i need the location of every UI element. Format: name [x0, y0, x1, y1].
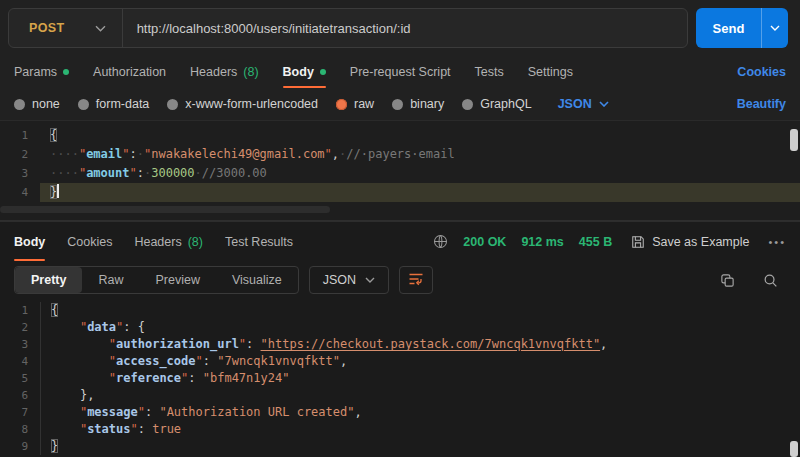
text-cursor — [57, 184, 59, 198]
view-visualize[interactable]: Visualize — [216, 267, 298, 293]
radio-icon — [392, 99, 403, 110]
more-options-icon[interactable]: ••• — [768, 236, 786, 248]
tab-label: Authorization — [93, 65, 166, 79]
code-token — [51, 337, 109, 351]
search-icon[interactable] — [763, 273, 778, 288]
response-language-selector[interactable]: JSON — [309, 266, 389, 294]
body-type-form-data[interactable]: form-data — [78, 97, 150, 111]
code-text: { — [40, 126, 800, 145]
code-line[interactable]: 6 }, — [0, 387, 800, 404]
response-toolbar-actions — [720, 273, 786, 288]
request-tab-tests[interactable]: Tests — [475, 56, 504, 88]
radio-icon — [336, 99, 347, 110]
line-number: 1 — [0, 302, 40, 319]
code-line[interactable]: 2 "data": { — [0, 319, 800, 336]
body-type-x-www-form-urlencoded[interactable]: x-www-form-urlencoded — [167, 97, 318, 111]
request-tab-params[interactable]: Params — [14, 56, 69, 88]
response-status-group: 200 OK 912 ms 455 B Save as Example ••• — [433, 234, 786, 249]
request-url-bar: POST — [8, 8, 688, 48]
method-selector[interactable]: POST — [9, 9, 122, 47]
response-vertical-scrollbar[interactable] — [790, 441, 798, 457]
chevron-down-icon — [365, 277, 375, 283]
request-tab-pre-request-script[interactable]: Pre-request Script — [350, 56, 451, 88]
tab-count: (8) — [188, 235, 203, 249]
wrap-lines-button[interactable] — [399, 266, 433, 294]
response-tab-cookies[interactable]: Cookies — [67, 222, 112, 261]
code-token: , — [340, 354, 347, 368]
tab-label: Params — [14, 65, 57, 79]
request-tabs-list: ParamsAuthorizationHeaders(8)BodyPre-req… — [14, 56, 597, 88]
view-preview[interactable]: Preview — [139, 267, 215, 293]
code-token — [51, 371, 109, 385]
code-token: //·payers·email — [346, 147, 454, 161]
view-pretty[interactable]: Pretty — [15, 267, 82, 293]
code-token: access_code — [116, 354, 195, 368]
cookies-link[interactable]: Cookies — [737, 65, 786, 79]
line-number: 2 — [0, 319, 40, 336]
chevron-down-icon — [599, 101, 609, 107]
save-as-example-button[interactable]: Save as Example — [631, 235, 749, 249]
request-tab-headers[interactable]: Headers(8) — [190, 56, 259, 88]
request-tab-body[interactable]: Body — [283, 56, 326, 88]
code-token: : { — [123, 320, 145, 334]
code-text: "access_code": "7wncqk1vnvqfktt", — [40, 353, 800, 370]
globe-icon[interactable] — [433, 234, 448, 249]
response-code-lines: 1{2 "data": {3 "authorization_url": "htt… — [0, 302, 800, 455]
copy-icon[interactable] — [720, 273, 735, 288]
editor-vertical-scrollbar[interactable] — [790, 129, 798, 151]
beautify-link[interactable]: Beautify — [737, 97, 786, 111]
send-options-chevron-icon[interactable] — [761, 8, 788, 48]
tab-label: Pre-request Script — [350, 65, 451, 79]
code-line[interactable]: 7 "message": "Authorization URL created"… — [0, 404, 800, 421]
response-toolbar: PrettyRawPreviewVisualize JSON — [0, 261, 800, 299]
code-line[interactable]: 1{ — [0, 302, 800, 319]
code-line[interactable]: 3 "authorization_url": "https://checkout… — [0, 336, 800, 353]
body-type-raw[interactable]: raw — [336, 97, 374, 111]
language-selector[interactable]: JSON — [558, 97, 609, 111]
radio-label: x-www-form-urlencoded — [185, 97, 318, 111]
code-token: email — [86, 147, 122, 161]
code-line[interactable]: 4} — [0, 183, 800, 202]
scrollbar-thumb[interactable] — [0, 206, 330, 213]
response-time-badge[interactable]: 912 ms — [521, 235, 563, 249]
code-text: "status": true — [40, 421, 800, 438]
code-token: : — [203, 354, 217, 368]
code-token: ···· — [50, 166, 79, 180]
body-type-binary[interactable]: binary — [392, 97, 444, 111]
response-size-badge[interactable]: 455 B — [579, 235, 612, 249]
url-input[interactable] — [123, 9, 687, 47]
code-line[interactable]: 8 "status": true — [0, 421, 800, 438]
code-token: } — [50, 185, 57, 199]
response-tab-test-results[interactable]: Test Results — [225, 222, 293, 261]
body-type-graphql[interactable]: GraphQL — [462, 97, 531, 111]
send-button[interactable]: Send — [696, 8, 788, 48]
code-line[interactable]: 9} — [0, 438, 800, 455]
editor-horizontal-scrollbar[interactable] — [0, 202, 800, 221]
code-token: data — [87, 320, 116, 334]
request-tab-authorization[interactable]: Authorization — [93, 56, 166, 88]
code-line[interactable]: 2····"email":·"nwakakelechi49@gmail.com"… — [0, 145, 800, 164]
code-line[interactable]: 5 "reference": "bfm47n1y24" — [0, 370, 800, 387]
code-token: nwakakelechi49@gmail.com — [151, 147, 324, 161]
request-body-editor[interactable]: 1{2····"email":·"nwakakelechi49@gmail.co… — [0, 120, 800, 202]
code-line[interactable]: 3····"amount":·300000·//3000.00 — [0, 164, 800, 183]
view-raw[interactable]: Raw — [82, 267, 139, 293]
body-type-none[interactable]: none — [14, 97, 60, 111]
status-code-badge[interactable]: 200 OK — [463, 235, 506, 249]
code-token: amount — [86, 166, 129, 180]
code-line[interactable]: 1{ — [0, 126, 800, 145]
code-token: " — [325, 147, 332, 161]
response-language-label: JSON — [323, 273, 356, 287]
line-number: 3 — [0, 336, 40, 353]
radio-icon — [14, 99, 25, 110]
code-token: , — [600, 337, 607, 351]
code-token: "bfm47n1y24" — [203, 371, 290, 385]
request-tab-settings[interactable]: Settings — [528, 56, 573, 88]
radio-icon — [78, 99, 89, 110]
code-token: " — [109, 371, 116, 385]
response-body-viewer[interactable]: 1{2 "data": {3 "authorization_url": "htt… — [0, 299, 800, 457]
code-line[interactable]: 4 "access_code": "7wncqk1vnvqfktt", — [0, 353, 800, 370]
response-tab-body[interactable]: Body — [14, 222, 45, 261]
response-tab-headers[interactable]: Headers(8) — [134, 222, 203, 261]
language-label: JSON — [558, 97, 592, 111]
